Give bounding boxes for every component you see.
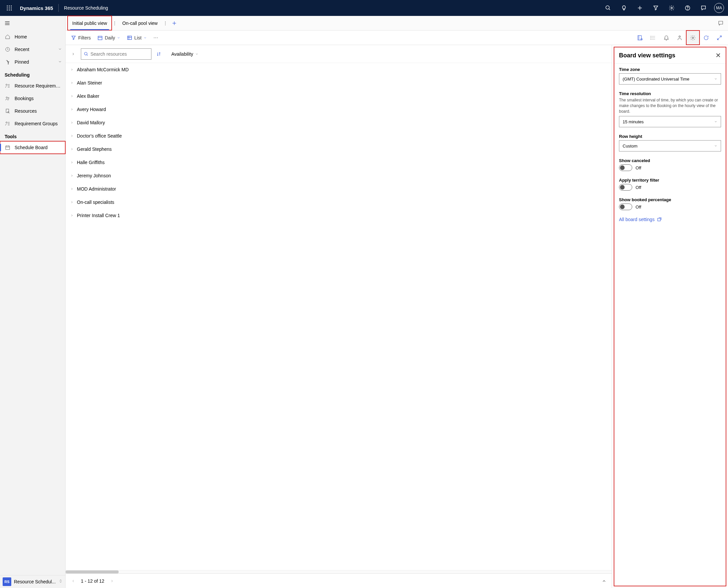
expand-icon[interactable] [713,30,726,45]
svg-point-21 [6,97,7,98]
resource-row[interactable]: On-call specialists [66,195,612,209]
gear-icon[interactable] [664,1,679,15]
resource-row[interactable]: Doctor's office Seattle [66,129,612,143]
chevron-right-icon [70,120,73,125]
settings-title: Board view settings [619,52,675,59]
funnel-icon[interactable] [648,1,663,15]
booked-toggle[interactable] [619,204,632,210]
showcanceled-toggle[interactable] [619,164,632,171]
svg-point-48 [85,52,87,55]
svg-rect-50 [658,218,660,221]
bell-icon[interactable] [660,30,673,45]
resource-row[interactable]: Abraham McCormick MD [66,63,612,76]
more-button[interactable]: ⋯ [150,30,162,45]
search-icon[interactable] [601,1,615,15]
person-icon[interactable] [673,30,686,45]
tab-label: On-call pool view [122,21,158,26]
pager-collapse-up[interactable] [600,577,608,585]
hamburger-icon[interactable] [0,16,15,30]
list-details-icon[interactable] [646,30,660,45]
resource-row[interactable]: Halle Griffiths [66,156,612,169]
availability-label: Availability [171,51,193,57]
nav-schedule-board[interactable]: Schedule Board [0,141,65,154]
tab-more-icon[interactable]: ⋮ [112,21,117,26]
nav-bookings[interactable]: Bookings [0,92,65,105]
showcanceled-state: Off [636,165,641,170]
nav-recent[interactable]: Recent [0,43,65,56]
people-lines-icon [5,121,10,127]
tab-initial-public-view[interactable]: Initial public view [68,16,112,30]
nav-home[interactable]: Home [0,30,65,43]
daily-dropdown[interactable]: Daily [94,30,124,45]
svg-point-0 [7,6,8,7]
resource-name: Avery Howard [77,107,106,112]
tab-on-call-pool-view[interactable]: On-call pool view [117,16,163,30]
all-board-settings-link[interactable]: All board settings [619,217,721,222]
collapse-button[interactable] [69,50,78,58]
refresh-icon[interactable] [700,30,713,45]
lightbulb-icon[interactable] [617,1,631,15]
close-icon[interactable]: ✕ [715,51,721,59]
nav-requirement-groups[interactable]: Requirement Groups [0,117,65,130]
chevron-right-icon [70,133,73,139]
resource-row[interactable]: Avery Howard [66,103,612,116]
sidebar-footer[interactable]: RS Resource Schedul... [0,575,65,588]
chat-icon[interactable] [713,20,728,26]
tab-more-icon[interactable]: ⋮ [163,21,168,26]
filters-label: Filters [78,35,91,40]
search-resources-input[interactable] [81,48,151,60]
book-icon[interactable] [633,30,646,45]
resource-list[interactable]: Abraham McCormick MDAlan SteinerAlex Bak… [66,63,612,570]
availability-dropdown[interactable]: Availability [169,51,201,57]
filters-button[interactable]: Filters [68,30,94,45]
board-settings-button[interactable] [686,30,700,45]
plus-icon[interactable] [633,1,647,15]
booked-label: Show booked percentage [619,197,721,202]
resource-row[interactable]: MOD Administrator [66,182,612,195]
pager-prev[interactable] [69,577,78,585]
resource-row[interactable]: Gerald Stephens [66,143,612,156]
svg-point-1 [9,6,10,7]
nav-label: Bookings [15,96,34,101]
chat-icon[interactable] [696,1,711,15]
chevron-right-icon [70,93,73,99]
resource-row[interactable]: Alex Baker [66,89,612,103]
nav-label: Home [15,34,27,39]
sort-icon[interactable] [155,52,163,56]
resource-row[interactable]: David Mallory [66,116,612,129]
svg-point-13 [671,7,673,9]
svg-point-26 [6,122,7,123]
chevron-down-icon [58,59,62,65]
search-field[interactable] [90,51,148,57]
nav-pinned[interactable]: Pinned [0,56,65,68]
nav-resource-requirements[interactable]: Resource Requireme... [0,80,65,92]
svg-point-39 [641,39,643,40]
timeres-help: The smallest interval of time, by which … [619,98,721,114]
nav-resources[interactable]: Resources [0,105,65,117]
resource-name: Gerald Stephens [77,147,112,152]
timezone-select[interactable]: (GMT) Coordinated Universal Time [619,73,721,85]
resource-name: Alex Baker [77,93,100,99]
timeres-select[interactable]: 15 minutes [619,116,721,127]
footer-label: Resource Schedul... [14,579,56,584]
svg-line-10 [609,8,610,10]
help-icon[interactable] [680,1,695,15]
app-launcher-icon[interactable] [3,1,16,15]
tab-add-button[interactable] [168,21,180,26]
main: Initial public view ⋮ On-call pool view … [66,16,728,588]
nav-label: Schedule Board [15,145,48,150]
pager-next[interactable] [108,577,116,585]
territory-state: Off [636,185,641,190]
territory-toggle[interactable] [619,184,632,191]
rowheight-select[interactable]: Custom [619,140,721,151]
list-dropdown[interactable]: List [124,30,150,45]
resource-row[interactable]: Jeremy Johnson [66,169,612,182]
avatar[interactable]: MA [714,3,724,13]
pager-text: 1 - 12 of 12 [81,579,104,584]
daily-label: Daily [105,35,115,40]
resource-row[interactable]: Alan Steiner [66,76,612,89]
divider [58,4,59,12]
doc-search-icon [5,108,10,114]
resource-row[interactable]: Printer Install Crew 1 [66,209,612,222]
horizontal-scrollbar[interactable] [66,570,612,573]
